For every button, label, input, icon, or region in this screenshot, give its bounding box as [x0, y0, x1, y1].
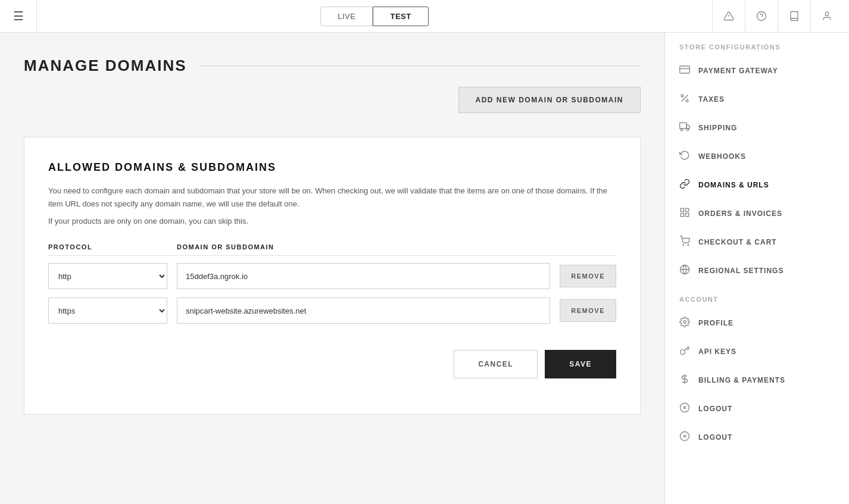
- remove-button-1[interactable]: REMOVE: [560, 265, 616, 287]
- domain-input-1[interactable]: [177, 263, 550, 289]
- sidebar-item-billing-payments[interactable]: BILLING & PAYMENTS: [665, 366, 849, 395]
- user-icon: [822, 11, 832, 21]
- table-row: http https REMOVE: [48, 263, 616, 289]
- sidebar-item-taxes[interactable]: TAXES: [665, 85, 849, 114]
- card-icon: [679, 64, 690, 77]
- book-icon: [789, 11, 800, 21]
- link-icon: [679, 179, 690, 192]
- sidebar-item-webhooks[interactable]: WEBHOOKS: [665, 142, 849, 171]
- sidebar-label-api-keys: API KEYS: [698, 348, 736, 356]
- remove-button-2[interactable]: REMOVE: [560, 299, 616, 322]
- svg-point-2: [757, 12, 766, 21]
- grid-icon: [679, 207, 690, 220]
- sidebar-label-regional-settings: REGIONAL SETTINGS: [698, 267, 784, 275]
- svg-point-18: [683, 245, 684, 246]
- globe-icon: [679, 264, 690, 277]
- truck-icon: [679, 121, 690, 134]
- sidebar-item-orders-invoices[interactable]: ORDERS & INVOICES: [665, 199, 849, 228]
- help-icon-button[interactable]: [745, 0, 778, 33]
- sidebar-item-shipping[interactable]: SHIPPING: [665, 114, 849, 142]
- alert-icon-button[interactable]: [712, 0, 745, 33]
- live-env-button[interactable]: LIVE: [320, 7, 373, 26]
- sidebar-item-payment-gateway[interactable]: PAYMENT GATEWAY: [665, 57, 849, 85]
- save-button[interactable]: SAVE: [545, 350, 616, 378]
- account-section-title: ACCOUNT: [665, 285, 849, 309]
- sidebar-label-checkout-cart: CHECKOUT & CART: [698, 238, 777, 246]
- svg-point-8: [681, 95, 683, 97]
- gear-icon: [679, 317, 690, 330]
- domain-input-2[interactable]: [177, 298, 550, 324]
- percent-icon: [679, 93, 690, 106]
- help-icon: [756, 11, 767, 21]
- svg-rect-17: [681, 214, 683, 217]
- protocol-header: PROTOCOL: [48, 243, 167, 251]
- sidebar-label-domains-urls: DOMAINS & URLS: [698, 181, 769, 189]
- cart-icon: [679, 236, 690, 249]
- sidebar-item-api-keys[interactable]: API KEYS: [665, 337, 849, 366]
- table-headers: PROTOCOL DOMAIN OR SUBDOMAIN: [48, 243, 616, 256]
- card-description2: If your products are only on one domain,…: [48, 217, 616, 226]
- svg-rect-5: [680, 66, 690, 73]
- main-content: MANAGE DOMAINS ADD NEW DOMAIN OR SUBDOMA…: [0, 33, 664, 504]
- sidebar-label-shipping: SHIPPING: [698, 124, 737, 132]
- svg-point-22: [683, 321, 686, 324]
- card-description1: You need to configure each domain and su…: [48, 184, 616, 211]
- domains-card: ALLOWED DOMAINS & SUBDOMAINS You need to…: [24, 137, 641, 415]
- sidebar-label-billing-payments: BILLING & PAYMENTS: [698, 376, 785, 384]
- domain-header: DOMAIN OR SUBDOMAIN: [177, 243, 616, 251]
- sidebar-label-orders-invoices: ORDERS & INVOICES: [698, 209, 782, 218]
- svg-point-9: [686, 99, 688, 102]
- key-icon: [679, 345, 690, 358]
- svg-point-12: [681, 129, 683, 131]
- sidebar-item-checkout-cart[interactable]: CHECKOUT & CART: [665, 228, 849, 256]
- svg-rect-14: [681, 208, 683, 211]
- sidebar-label-payment-gateway: PAYMENT GATEWAY: [698, 67, 778, 75]
- sidebar-label-webhooks: WEBHOOKS: [698, 152, 746, 161]
- alert-icon: [723, 11, 734, 21]
- topbar: ☰ LIVE TEST: [0, 0, 849, 33]
- sidebar-item-domains-urls[interactable]: DOMAINS & URLS: [665, 171, 849, 199]
- sidebar-item-logout2[interactable]: LOGOUT: [665, 423, 849, 452]
- menu-button[interactable]: ☰: [0, 0, 37, 33]
- table-row: http https REMOVE: [48, 298, 616, 324]
- protocol-select-1[interactable]: http https: [48, 263, 167, 289]
- add-domain-button[interactable]: ADD NEW DOMAIN OR SUBDOMAIN: [458, 87, 641, 113]
- page-title: MANAGE DOMAINS: [24, 57, 641, 75]
- svg-point-19: [688, 245, 689, 246]
- cancel-button[interactable]: CANCEL: [454, 350, 538, 378]
- svg-line-7: [682, 95, 688, 102]
- env-toggle: LIVE TEST: [320, 7, 428, 26]
- svg-rect-15: [686, 208, 689, 211]
- sidebar-item-profile[interactable]: PROFILE: [665, 309, 849, 337]
- logout2-icon: [679, 431, 690, 444]
- svg-rect-16: [686, 214, 689, 217]
- sidebar-label-logout2: LOGOUT: [698, 433, 732, 442]
- sidebar-item-logout1[interactable]: LOGOUT: [665, 395, 849, 423]
- svg-marker-11: [686, 125, 689, 129]
- card-title: ALLOWED DOMAINS & SUBDOMAINS: [48, 161, 616, 174]
- sidebar: STORE CONFIGURATIONS PAYMENT GATEWAY TAX…: [664, 33, 849, 504]
- svg-point-13: [686, 129, 689, 131]
- sidebar-label-taxes: TAXES: [698, 95, 725, 104]
- protocol-select-2[interactable]: http https: [48, 298, 167, 324]
- menu-icon: ☰: [13, 9, 24, 23]
- refresh-icon: [679, 150, 690, 163]
- svg-point-4: [825, 12, 829, 15]
- dollar-icon: [679, 374, 690, 387]
- svg-rect-10: [680, 123, 686, 129]
- domains-table: PROTOCOL DOMAIN OR SUBDOMAIN http https …: [48, 243, 616, 324]
- test-env-button[interactable]: TEST: [373, 7, 428, 26]
- sidebar-label-logout1: LOGOUT: [698, 405, 732, 413]
- store-section-title: STORE CONFIGURATIONS: [665, 33, 849, 57]
- user-icon-button[interactable]: [810, 0, 843, 33]
- sidebar-label-profile: PROFILE: [698, 319, 733, 327]
- topbar-icons: [712, 0, 843, 33]
- action-row: CANCEL SAVE: [48, 332, 616, 390]
- sidebar-item-regional-settings[interactable]: REGIONAL SETTINGS: [665, 256, 849, 285]
- logout1-icon: [679, 402, 690, 415]
- book-icon-button[interactable]: [778, 0, 810, 33]
